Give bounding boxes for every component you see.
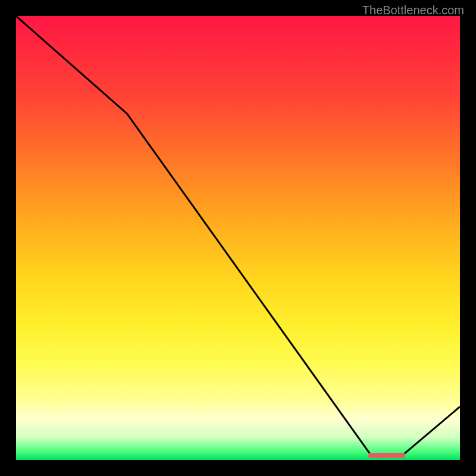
chart-svg xyxy=(16,16,460,460)
plot-area xyxy=(16,16,460,460)
threshold-marker xyxy=(400,453,405,458)
bottleneck-curve-line xyxy=(16,16,460,456)
threshold-markers xyxy=(368,453,405,458)
attribution-text: TheBottleneck.com xyxy=(362,4,464,17)
line-series xyxy=(16,16,460,456)
